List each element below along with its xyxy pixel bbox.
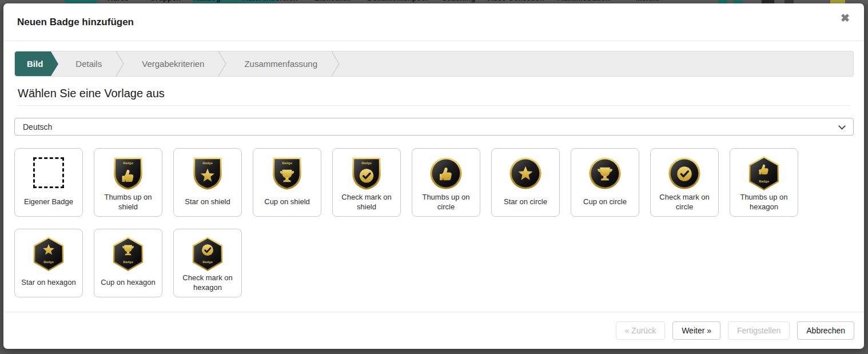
wizard-step-separator-chevron (116, 51, 125, 76)
thumbs-up-on-hexagon-icon: Badge (730, 149, 798, 191)
wizard-step-bild[interactable]: Bild (15, 51, 51, 76)
custom-badge-placeholder (15, 149, 82, 191)
badge-template-card[interactable]: BadgeThumbs up on hexagon (730, 148, 798, 217)
badge-template-card[interactable]: Thumbs up on circle (412, 148, 480, 217)
wizard-steps-bar: BildDetailsVergabekriterienZusammenfassu… (14, 51, 854, 77)
star-on-shield-icon: Badge (174, 149, 241, 191)
badge-template-grid: Eigener BadgeBadgeThumbs up on shieldBad… (14, 148, 854, 297)
finish-button: Fertigstellen (728, 321, 790, 340)
hexagon-badge-graphic: Badge (746, 156, 782, 191)
svg-text:Badge: Badge (759, 180, 769, 183)
badge-template-label: Thumbs up on shield (94, 191, 162, 216)
wizard-step-label: Details (75, 59, 102, 69)
badge-template-label: Check mark on circle (651, 191, 718, 216)
svg-text:Badge: Badge (123, 161, 133, 165)
wizard-step-vergabekriterien[interactable]: Vergabekriterien (125, 51, 218, 76)
wizard-step-details[interactable]: Details (58, 51, 116, 76)
language-select-value: Deutsch (23, 122, 52, 132)
dashed-placeholder-icon (33, 157, 64, 188)
check-on-circle-icon (651, 149, 718, 191)
badge-template-label: Thumbs up on hexagon (730, 191, 798, 216)
hexagon-badge-graphic: Badge (110, 236, 146, 272)
shield-badge-graphic: Badge (269, 156, 305, 191)
wizard-step-zusammenfassung[interactable]: Zusammenfassung (227, 51, 331, 76)
badge-template-card[interactable]: BadgeStar on shield (173, 148, 242, 217)
circle-badge-graphic (587, 156, 623, 191)
badge-template-label: Check mark on shield (333, 191, 400, 216)
shield-badge-graphic: Badge (190, 156, 225, 191)
close-icon[interactable]: ✖ (838, 11, 853, 26)
background-nav-item: Gruppen (150, 0, 181, 2)
cup-on-circle-icon (571, 149, 639, 191)
badge-template-label: Cup on hexagon (94, 272, 162, 297)
chevron-down-icon (838, 122, 846, 130)
badge-template-card[interactable]: BadgeCup on shield (253, 148, 321, 217)
badge-template-card[interactable]: Star on circle (491, 148, 560, 217)
background-nav-item: Katalog (193, 0, 221, 2)
background-nav-item: Kurse (107, 0, 129, 2)
badge-template-card[interactable]: Check mark on circle (650, 148, 719, 217)
badge-template-card[interactable]: BadgeStar on hexagon (14, 229, 83, 297)
svg-text:Badge: Badge (361, 161, 372, 165)
wizard-step-separator-chevron (331, 51, 340, 76)
wizard-step-label: Bild (27, 59, 43, 69)
background-nav-item: Administration (558, 0, 610, 2)
shield-badge-graphic: Badge (110, 156, 146, 191)
modal-footer: « Zurück Weiter » Fertigstellen Abbreche… (3, 312, 864, 349)
badge-template-label: Star on hexagon (15, 272, 82, 297)
hexagon-badge-graphic: Badge (31, 236, 66, 272)
svg-text:Badge: Badge (43, 260, 54, 264)
badge-template-label: Cup on shield (253, 191, 321, 216)
svg-text:Badge: Badge (282, 161, 292, 165)
modal-title: Neuen Badge hinzufügen (17, 17, 134, 28)
badge-template-label: Star on circle (492, 191, 559, 216)
background-nav-item: Coaching (441, 0, 475, 2)
cup-on-shield-icon: Badge (253, 149, 321, 191)
circle-badge-graphic (428, 156, 464, 191)
background-nav-item: Autorenbereich (242, 0, 297, 2)
cup-on-hexagon-icon: Badge (94, 229, 162, 272)
wizard-step-label: Zusammenfassung (244, 59, 317, 69)
badge-template-label: Thumbs up on circle (412, 191, 480, 216)
cancel-button[interactable]: Abbrechen (797, 321, 854, 340)
next-button[interactable]: Weiter » (672, 321, 720, 340)
thumbs-up-on-shield-icon: Badge (94, 149, 162, 191)
thumbs-up-on-circle-icon (412, 149, 480, 191)
star-on-hexagon-icon: Badge (15, 229, 82, 272)
svg-text:Badge: Badge (123, 260, 133, 264)
modal-header: Neuen Badge hinzufügen (3, 3, 864, 41)
language-select[interactable]: Deutsch (14, 118, 854, 136)
badge-template-card[interactable]: BadgeCheck mark on hexagon (173, 229, 242, 297)
wizard-step-separator-chevron (218, 51, 227, 76)
svg-text:Badge: Badge (202, 260, 213, 264)
check-on-shield-icon: Badge (333, 149, 400, 191)
back-button: « Zurück (616, 321, 665, 340)
badge-template-card[interactable]: BadgeCup on hexagon (94, 229, 162, 297)
background-nav-item: Mehr... (636, 0, 659, 2)
badge-template-card[interactable]: Eigener Badge (14, 148, 83, 217)
modal-body: BildDetailsVergabekriterienZusammenfassu… (3, 41, 864, 297)
badge-template-label: Star on shield (174, 191, 241, 216)
shield-badge-graphic: Badge (349, 156, 384, 191)
check-on-hexagon-icon: Badge (174, 229, 241, 272)
svg-text:Badge: Badge (202, 161, 213, 165)
background-nav-item: Dokumentenpool (367, 0, 428, 2)
wizard-step-label: Vergabekriterien (142, 59, 204, 69)
background-nav-item: Video Collection (486, 0, 544, 2)
badge-template-card[interactable]: BadgeCheck mark on shield (332, 148, 401, 217)
badge-template-label: Cup on circle (571, 191, 639, 216)
star-on-circle-icon (492, 149, 559, 191)
page-title: Wählen Sie eine Vorlage aus (18, 87, 850, 106)
badge-template-card[interactable]: Cup on circle (571, 148, 639, 217)
badge-template-card[interactable]: BadgeThumbs up on shield (94, 148, 162, 217)
badge-template-label: Eigener Badge (15, 191, 82, 216)
background-nav-item: Bibliothek (314, 0, 351, 2)
circle-badge-graphic (508, 156, 543, 191)
circle-badge-graphic (667, 156, 702, 191)
badge-template-label: Check mark on hexagon (174, 272, 241, 297)
add-badge-modal: Neuen Badge hinzufügen ✖ BildDetailsVerg… (3, 3, 864, 349)
hexagon-badge-graphic: Badge (190, 236, 225, 272)
